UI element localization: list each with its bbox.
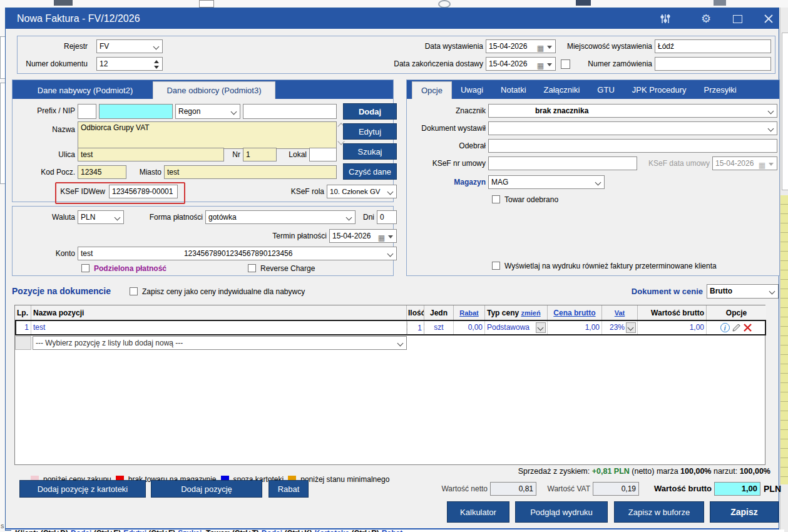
typ-ceny-zmien-link[interactable]: zmień xyxy=(521,309,540,317)
tab-jpk-procedury[interactable]: JPK Procedury xyxy=(623,80,695,99)
tab-dane-nabywcy[interactable]: Dane nabywcy (Podmiot2) xyxy=(19,81,151,99)
odebral-input[interactable] xyxy=(488,139,777,153)
znacznik-select[interactable]: brak znacznika xyxy=(488,104,777,118)
save-prices-checkbox[interactable] xyxy=(130,287,138,295)
dodaj-button[interactable]: Dodaj xyxy=(343,103,397,120)
wartosc-brutto-value: 1,00 xyxy=(714,482,760,496)
wartosc-vat-label: Wartość VAT xyxy=(536,482,590,496)
col-typ-ceny[interactable]: Typ ceny zmień xyxy=(485,305,548,320)
data-wystawienia-picker[interactable]: 15-04-2026▦ xyxy=(486,39,556,53)
tab-opcje[interactable]: Opcje xyxy=(412,81,452,99)
chevron-down-icon xyxy=(538,325,544,331)
pencil-icon[interactable] xyxy=(732,323,741,332)
col-vat-link[interactable]: Vat xyxy=(602,305,638,320)
row-vat[interactable]: 23% xyxy=(602,320,638,335)
nr-input[interactable]: 1 xyxy=(243,148,277,161)
calendar-icon: ▦ xyxy=(378,232,385,243)
sliders-icon[interactable] xyxy=(658,12,672,26)
dni-input[interactable]: 0 xyxy=(377,210,397,224)
dokument-wystawil-select[interactable] xyxy=(488,121,777,135)
miejscowosc-input[interactable]: Łódź xyxy=(655,39,771,53)
tab-przesylki[interactable]: Przesyłki xyxy=(695,80,745,99)
reverse-charge-checkbox[interactable] xyxy=(248,264,256,272)
lokal-input[interactable] xyxy=(309,148,337,161)
row-qty[interactable]: 1 xyxy=(407,320,424,335)
row-name[interactable]: test xyxy=(31,320,407,335)
item-picker-select[interactable]: --- Wybierz pozycję z listy lub dodaj no… xyxy=(33,336,407,350)
dokument-wystawil-label: Dokument wystawił xyxy=(411,121,486,135)
kod-pocztowy-input[interactable]: 12345 xyxy=(78,165,126,179)
col-cena-brutto-link[interactable]: Cena brutto xyxy=(548,305,602,320)
numer-zamowienia-input[interactable] xyxy=(655,57,771,71)
new-row-handle[interactable] xyxy=(15,336,31,350)
background-fragment xyxy=(199,0,214,8)
close-icon[interactable] xyxy=(762,12,775,26)
gear-icon[interactable]: ⚙ xyxy=(699,12,713,26)
maximize-icon[interactable] xyxy=(730,12,744,26)
wyswietlaj-label: Wyświetlaj na wydruku również faktury pr… xyxy=(504,259,767,273)
row-price-type[interactable]: Podstawowa xyxy=(485,320,548,335)
price-type-dropdown[interactable] xyxy=(536,322,546,333)
konto-select[interactable]: test 12345678901234567890123456 xyxy=(78,247,397,260)
window-bottom-border xyxy=(6,528,779,529)
tab-gtu[interactable]: GTU xyxy=(588,80,623,99)
wartosc-vat-value: 0,19 xyxy=(593,482,639,496)
numer-dokumentu-input[interactable]: 12 xyxy=(96,57,163,71)
kalkulator-button[interactable]: Kalkulator xyxy=(447,501,509,523)
zapisz-button[interactable]: Zapisz xyxy=(710,501,779,523)
miasto-label: Miasto xyxy=(131,165,161,179)
chevron-down-icon xyxy=(397,340,404,347)
zapisz-w-buforze-button[interactable]: Zapisz w buforze xyxy=(614,501,704,523)
forma-platnosci-select[interactable]: gotówka xyxy=(205,210,356,224)
row-unit[interactable]: szt xyxy=(424,320,454,335)
col-nazwa[interactable]: Nazwa pozycji xyxy=(31,305,407,320)
dodaj-pozycje-button[interactable]: Dodaj pozycję xyxy=(151,480,262,498)
czysc-dane-button[interactable]: Czyść dane xyxy=(343,163,397,180)
ksef-idwew-input[interactable]: 123456789-00001 xyxy=(109,185,178,198)
row-rabat[interactable]: 0,00 xyxy=(454,320,485,335)
ksef-rola-select[interactable]: 10. Członek GV xyxy=(327,185,397,198)
podzielona-platnosc-checkbox[interactable] xyxy=(81,264,90,272)
info-icon[interactable]: i xyxy=(720,323,730,332)
currency-label: PLN xyxy=(764,482,785,496)
background-fragment xyxy=(714,0,726,6)
tab-dane-odbiorcy[interactable]: Dane odbiorcy (Podmiot3) xyxy=(153,81,275,99)
vat-dropdown[interactable] xyxy=(626,322,636,333)
rabat-button[interactable]: Rabat xyxy=(269,480,309,498)
titlebar[interactable]: Nowa Faktura - FV/12/2026 ⚙ xyxy=(6,8,779,29)
regon-input[interactable] xyxy=(243,104,337,119)
col-rabat-link[interactable]: Rabat xyxy=(454,305,485,320)
nip-prefix-input[interactable] xyxy=(78,104,96,119)
spinner-arrows-icon[interactable] xyxy=(153,59,160,70)
magazyn-select[interactable]: MAG xyxy=(488,175,605,189)
tab-notatki[interactable]: Notatki xyxy=(492,80,535,99)
data-zakonczenia-picker[interactable]: 15-04-2026▦ xyxy=(486,57,556,71)
col-opcje[interactable]: Opcje xyxy=(707,305,766,320)
delete-icon[interactable] xyxy=(743,323,752,332)
dokument-w-cenie-select[interactable]: Brutto xyxy=(707,284,779,299)
nr-label: Nr xyxy=(225,148,240,161)
wyswietlaj-checkbox[interactable] xyxy=(492,262,500,270)
miasto-input[interactable]: test xyxy=(164,165,337,179)
podglad-wydruku-button[interactable]: Podgląd wydruku xyxy=(515,501,608,523)
dodaj-pozycje-z-kartoteki-button[interactable]: Dodaj pozycję z kartoteki xyxy=(19,480,146,498)
towar-odebrano-checkbox[interactable] xyxy=(492,195,500,203)
nip-input[interactable] xyxy=(99,104,173,119)
nazwa-textarea[interactable]: Odbiorca Grupy VAT xyxy=(78,121,337,149)
szukaj-button[interactable]: Szukaj xyxy=(343,143,397,160)
ksef-nr-umowy-input[interactable] xyxy=(488,156,637,170)
regon-type-select[interactable]: Regon xyxy=(175,104,240,119)
col-lp[interactable]: Lp. xyxy=(15,305,31,320)
tab-uwagi[interactable]: Uwagi xyxy=(452,80,492,99)
ksef-data-umowy-picker: 15-04-2026▦ xyxy=(712,156,777,170)
rejestr-select[interactable]: FV xyxy=(96,39,163,53)
ulica-input[interactable]: test xyxy=(78,148,224,161)
edytuj-button[interactable]: Edytuj xyxy=(343,123,397,140)
col-jedn[interactable]: Jedn xyxy=(424,305,454,320)
row-gross-price[interactable]: 1,00 xyxy=(548,320,602,335)
tab-zalaczniki[interactable]: Załączniki xyxy=(535,80,589,99)
waluta-select[interactable]: PLN xyxy=(78,210,124,224)
col-wartosc-brutto[interactable]: Wartość brutto xyxy=(638,305,707,320)
col-ilosc[interactable]: Ilość xyxy=(407,305,424,320)
termin-platnosci-picker[interactable]: 15-04-2026▦ xyxy=(329,229,397,243)
